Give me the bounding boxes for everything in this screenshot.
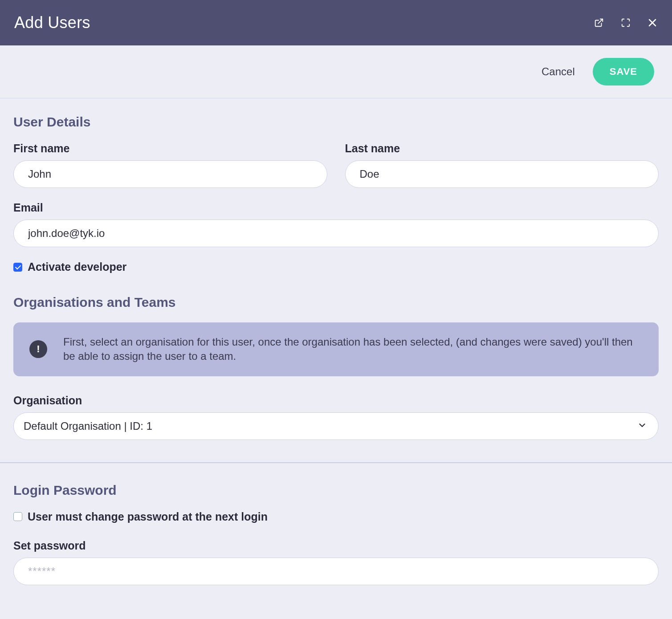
org-info-text: First, select an organisation for this u…: [63, 335, 643, 364]
organisation-label: Organisation: [13, 394, 659, 407]
email-field: Email: [13, 201, 659, 247]
first-name-input[interactable]: [13, 160, 327, 188]
activate-developer-label: Activate developer: [28, 261, 126, 273]
modal-title: Add Users: [14, 13, 90, 32]
activate-developer-row: Activate developer: [13, 261, 659, 273]
must-change-password-label: User must change password at the next lo…: [28, 510, 268, 523]
last-name-label: Last name: [345, 142, 659, 155]
action-bar: Cancel SAVE: [0, 45, 672, 98]
section-title-org-teams: Organisations and Teams: [13, 295, 659, 310]
section-title-user-details: User Details: [13, 114, 659, 130]
cancel-button[interactable]: Cancel: [542, 65, 575, 78]
activate-developer-checkbox[interactable]: [13, 263, 22, 272]
last-name-field: Last name: [345, 142, 659, 188]
org-info-banner: ! First, select an organisation for this…: [13, 322, 659, 376]
info-icon: !: [29, 340, 47, 358]
first-name-label: First name: [13, 142, 327, 155]
set-password-field: Set password: [13, 539, 659, 585]
save-button[interactable]: SAVE: [593, 58, 654, 86]
set-password-input[interactable]: [13, 558, 659, 585]
open-external-icon[interactable]: [594, 17, 604, 28]
form-content: User Details First name Last name Email …: [0, 98, 672, 612]
email-input[interactable]: [13, 220, 659, 247]
section-title-login-password: Login Password: [13, 483, 659, 498]
organisation-select[interactable]: Default Organisation | ID: 1: [13, 412, 659, 440]
svg-line-0: [598, 19, 603, 24]
modal-header: Add Users: [0, 0, 672, 45]
email-row: Email: [13, 201, 659, 247]
organisation-field: Organisation Default Organisation | ID: …: [13, 394, 659, 440]
organisation-select-value: Default Organisation | ID: 1: [13, 412, 659, 440]
must-change-password-checkbox[interactable]: [13, 512, 22, 521]
last-name-input[interactable]: [345, 160, 659, 188]
section-divider: [0, 462, 672, 463]
header-icons: [594, 17, 658, 28]
email-label: Email: [13, 201, 659, 214]
name-row: First name Last name: [13, 142, 659, 188]
set-password-label: Set password: [13, 539, 659, 552]
first-name-field: First name: [13, 142, 327, 188]
close-icon[interactable]: [647, 17, 658, 28]
must-change-password-row: User must change password at the next lo…: [13, 510, 659, 523]
fullscreen-icon[interactable]: [620, 17, 631, 28]
